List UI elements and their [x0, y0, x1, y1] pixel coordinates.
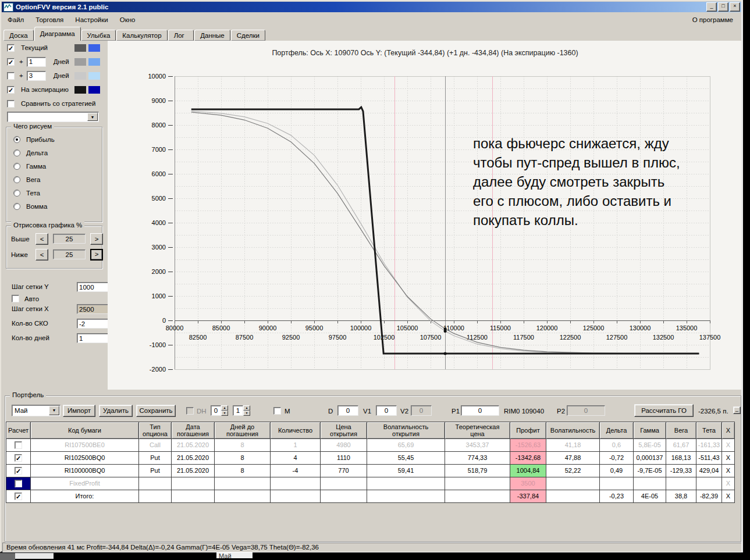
tab-Сделки[interactable]: Сделки	[231, 30, 265, 41]
column-header[interactable]: Количество	[271, 422, 321, 439]
save-button[interactable]: Сохранить	[136, 405, 176, 417]
month-select[interactable]: Май ▼	[12, 405, 61, 416]
color-swatch[interactable]	[88, 44, 100, 52]
v2-input[interactable]: 0	[411, 405, 432, 416]
screen: OptionFVV версия 2.1 public _ □ × ФайлТо…	[0, 0, 750, 560]
menu-item-Настройки[interactable]: Настройки	[69, 15, 113, 25]
series-checkbox[interactable]: ✓	[7, 44, 15, 52]
color-swatch[interactable]	[74, 86, 86, 94]
tab-Доска[interactable]: Доска	[3, 30, 34, 41]
radio-Вомма[interactable]	[13, 203, 20, 210]
column-header[interactable]: Теоретическаяцена	[445, 422, 510, 439]
column-header[interactable]: Тета	[696, 422, 722, 439]
dh-checkbox[interactable]	[186, 407, 194, 415]
spinner-up-icon[interactable]: ▲	[243, 405, 250, 411]
spinner-down-icon[interactable]: ▼	[221, 411, 228, 416]
v1-input[interactable]: 0	[376, 405, 397, 416]
row-delete-button[interactable]: X	[722, 477, 735, 490]
maximize-button[interactable]: □	[718, 2, 728, 12]
collapse-button[interactable]: _	[733, 406, 741, 414]
row-delete-button[interactable]: X	[722, 465, 735, 477]
menu-item-Файл[interactable]: Файл	[2, 15, 30, 25]
spinner-up-icon[interactable]: ▲	[221, 405, 228, 411]
import-button[interactable]: Импорт	[63, 405, 95, 417]
grid-step-x-input[interactable]: 2500	[77, 304, 109, 314]
row-select-cell[interactable]	[6, 439, 31, 452]
strategy-select[interactable]: ▼	[7, 112, 99, 122]
color-swatch[interactable]	[74, 58, 86, 66]
menu-item-Окно[interactable]: Окно	[114, 15, 141, 25]
column-header[interactable]: Дней допогашения	[215, 422, 271, 439]
sko-count-input[interactable]: -2	[77, 319, 109, 329]
p1-input[interactable]: 0	[461, 405, 499, 416]
row-delete-button[interactable]: X	[722, 439, 735, 452]
row-select-cell[interactable]	[6, 477, 31, 490]
below-decrement-button[interactable]: <	[35, 249, 48, 261]
radio-Вега[interactable]	[13, 176, 20, 183]
spinner-down-icon[interactable]: ▼	[243, 411, 250, 416]
radio-Тета[interactable]	[13, 190, 20, 197]
spinner-1-value[interactable]: 0	[211, 405, 221, 416]
above-value[interactable]: 25	[53, 234, 86, 244]
color-swatch[interactable]	[88, 72, 100, 80]
grid-step-y-input[interactable]: 1000	[77, 282, 109, 292]
column-header[interactable]: Профит	[510, 422, 546, 439]
p2-input[interactable]: 0	[567, 405, 605, 416]
column-header[interactable]: Датапогашения	[172, 422, 215, 439]
row-select-cell[interactable]: ✓	[6, 465, 31, 477]
color-swatch[interactable]	[74, 44, 86, 52]
radio-Дельта[interactable]	[13, 149, 20, 156]
series-checkbox[interactable]	[7, 100, 15, 108]
above-increment-button[interactable]: >	[90, 233, 103, 245]
radio-Прибыль[interactable]	[13, 136, 20, 143]
m-checkbox[interactable]	[273, 407, 281, 415]
column-header[interactable]: Код бумаги	[31, 422, 139, 439]
spinner-2[interactable]: 1 ▲▼	[233, 405, 250, 416]
spinner-1[interactable]: 0 ▲▼	[211, 405, 228, 416]
tab-Данные[interactable]: Данные	[194, 30, 230, 41]
row-select-cell[interactable]: ✓	[6, 490, 31, 503]
chevron-down-icon[interactable]: ▼	[49, 406, 59, 415]
profit-chart[interactable]: 1000090008000700060005000400030002000100…	[108, 41, 742, 390]
column-header[interactable]: Дельта	[600, 422, 634, 439]
tab-Диаграмма[interactable]: Диаграмма	[34, 27, 81, 41]
column-header[interactable]: Ценаоткрытия	[321, 422, 367, 439]
color-swatch[interactable]	[74, 72, 86, 80]
color-swatch[interactable]	[88, 86, 100, 94]
column-header[interactable]: Волатильностьоткрытия	[367, 422, 445, 439]
below-increment-button[interactable]: >	[90, 249, 103, 261]
tab-Калькулятор[interactable]: Калькулятор	[116, 30, 167, 41]
column-header[interactable]: Гамма	[634, 422, 666, 439]
color-swatch[interactable]	[88, 58, 100, 66]
series-checkbox[interactable]: ✓	[7, 86, 15, 94]
radio-Гамма[interactable]	[13, 163, 20, 170]
column-header[interactable]: Типопциона	[139, 422, 172, 439]
minimize-button[interactable]: _	[706, 2, 717, 12]
row-delete-button[interactable]: X	[722, 452, 735, 465]
menu-item-Торговля[interactable]: Торговля	[30, 15, 69, 25]
below-value[interactable]: 25	[53, 249, 86, 259]
chevron-down-icon[interactable]: ▼	[87, 113, 98, 121]
radio-row-Вомма: Вомма	[6, 199, 102, 213]
row-select-cell[interactable]: ✓	[6, 452, 31, 465]
days-input[interactable]: 3	[27, 71, 46, 81]
d-input[interactable]: 0	[337, 405, 358, 416]
delete-button[interactable]: Удалить	[99, 405, 133, 417]
series-checkbox[interactable]: ✓	[7, 58, 15, 66]
series-checkbox[interactable]	[7, 72, 15, 80]
above-decrement-button[interactable]: <	[35, 233, 48, 245]
tab-Лог[interactable]: Лог	[168, 30, 194, 41]
menu-about[interactable]: О программе	[692, 16, 741, 23]
row-delete-button[interactable]: X	[722, 490, 735, 503]
auto-checkbox[interactable]	[12, 295, 19, 302]
column-header[interactable]: Вега	[666, 422, 696, 439]
calc-go-button[interactable]: Рассчитать ГО	[634, 404, 694, 417]
column-header[interactable]: Волатильность	[546, 422, 600, 439]
column-header[interactable]: Расчет	[6, 422, 31, 439]
days-count-input[interactable]: 1	[77, 333, 109, 343]
spinner-2-value[interactable]: 1	[233, 405, 243, 416]
days-input[interactable]: 1	[27, 57, 46, 67]
column-header[interactable]: X	[722, 422, 735, 439]
tab-Улыбка[interactable]: Улыбка	[81, 30, 116, 41]
close-button[interactable]: ×	[730, 2, 740, 12]
